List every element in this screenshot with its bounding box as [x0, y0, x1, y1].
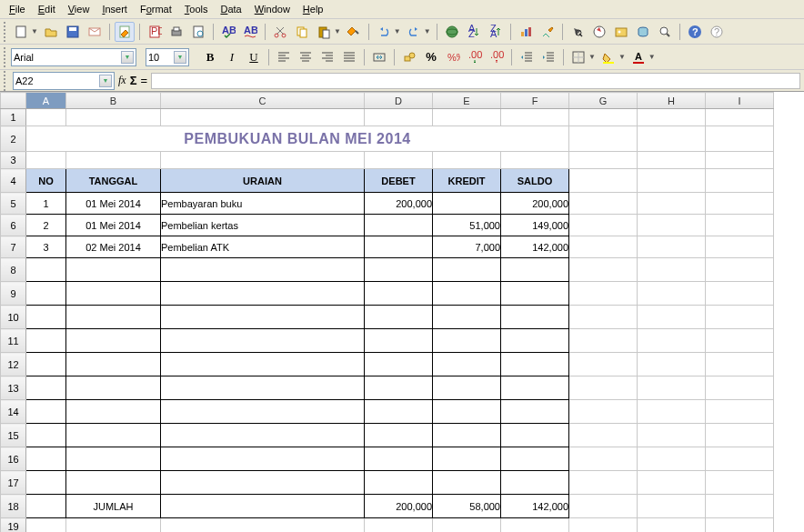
- col-header[interactable]: I: [706, 93, 774, 109]
- cell-kredit[interactable]: 51,000: [433, 215, 501, 236]
- empty-cell[interactable]: [365, 400, 433, 424]
- empty-cell[interactable]: [161, 282, 365, 306]
- table-header[interactable]: SALDO: [501, 169, 569, 193]
- cell-saldo[interactable]: 149,000: [501, 215, 569, 236]
- row-header[interactable]: 18: [1, 495, 26, 518]
- function-wizard-button[interactable]: fx: [118, 74, 126, 87]
- empty-cell[interactable]: [433, 400, 501, 424]
- menu-help[interactable]: Help: [297, 2, 329, 16]
- toolbar-handle[interactable]: [4, 71, 7, 91]
- col-header[interactable]: B: [66, 93, 161, 109]
- align-right-button[interactable]: [317, 47, 337, 67]
- empty-cell[interactable]: [365, 376, 433, 400]
- table-header[interactable]: TANGGAL: [66, 169, 161, 193]
- empty-cell[interactable]: [365, 471, 433, 495]
- edit-doc-button[interactable]: [115, 22, 135, 42]
- empty-cell[interactable]: [501, 282, 569, 306]
- formula-input[interactable]: [151, 73, 800, 89]
- col-header[interactable]: H: [638, 93, 706, 109]
- empty-cell[interactable]: [161, 447, 365, 471]
- empty-cell[interactable]: [66, 447, 161, 471]
- empty-cell[interactable]: [501, 353, 569, 376]
- row-header[interactable]: 6: [1, 215, 26, 236]
- empty-cell[interactable]: [365, 282, 433, 306]
- empty-cell[interactable]: [161, 400, 365, 424]
- paste-button[interactable]: [314, 22, 334, 42]
- print-preview-button[interactable]: [188, 22, 208, 42]
- col-header[interactable]: E: [433, 93, 501, 109]
- align-center-button[interactable]: [296, 47, 316, 67]
- row-header[interactable]: 13: [1, 376, 26, 400]
- merge-cells-button[interactable]: [369, 47, 389, 67]
- redo-dropdown[interactable]: ▼: [424, 27, 431, 35]
- bgcolor-dropdown[interactable]: ▼: [618, 53, 626, 61]
- row-header[interactable]: 1: [1, 109, 26, 126]
- empty-cell[interactable]: [433, 424, 501, 447]
- empty-cell[interactable]: [26, 376, 66, 400]
- cell-reference-box[interactable]: A22▼: [13, 72, 115, 90]
- bold-button[interactable]: B: [200, 47, 220, 67]
- menu-file[interactable]: File: [4, 2, 31, 16]
- empty-cell[interactable]: [66, 400, 161, 424]
- empty-cell[interactable]: [26, 258, 66, 282]
- empty-cell[interactable]: [501, 471, 569, 495]
- row-header[interactable]: 14: [1, 400, 26, 424]
- table-header[interactable]: KREDIT: [433, 169, 501, 193]
- cell-date[interactable]: 01 Mei 2014: [66, 193, 161, 215]
- empty-cell[interactable]: [501, 258, 569, 282]
- underline-button[interactable]: U: [244, 47, 264, 67]
- empty-cell[interactable]: [433, 376, 501, 400]
- col-header[interactable]: G: [569, 93, 638, 109]
- delete-decimal-button[interactable]: .000: [487, 47, 507, 67]
- borders-button[interactable]: [568, 47, 588, 67]
- empty-cell[interactable]: [161, 258, 365, 282]
- empty-cell[interactable]: [26, 282, 66, 306]
- font-size-select[interactable]: 10▼: [146, 48, 189, 66]
- empty-cell[interactable]: [161, 306, 365, 329]
- empty-cell[interactable]: [501, 329, 569, 353]
- spellcheck-button[interactable]: ABC: [218, 22, 238, 42]
- copy-button[interactable]: [292, 22, 312, 42]
- empty-cell[interactable]: [26, 353, 66, 376]
- empty-cell[interactable]: [433, 353, 501, 376]
- help-button[interactable]: ?: [685, 22, 705, 42]
- empty-cell[interactable]: [433, 282, 501, 306]
- menu-insert[interactable]: Insert: [96, 2, 133, 16]
- empty-cell[interactable]: [365, 258, 433, 282]
- format-paintbrush-button[interactable]: [344, 22, 364, 42]
- empty-cell[interactable]: [433, 447, 501, 471]
- empty-cell[interactable]: [433, 306, 501, 329]
- empty-cell[interactable]: [26, 329, 66, 353]
- empty-cell[interactable]: [365, 329, 433, 353]
- row-header[interactable]: 10: [1, 306, 26, 329]
- cell-kredit[interactable]: 7,000: [433, 236, 501, 258]
- paste-dropdown[interactable]: ▼: [334, 27, 341, 35]
- empty-cell[interactable]: [66, 258, 161, 282]
- table-header[interactable]: DEBET: [365, 169, 433, 193]
- align-left-button[interactable]: [274, 47, 294, 67]
- undo-dropdown[interactable]: ▼: [394, 27, 401, 35]
- table-header[interactable]: NO: [26, 169, 66, 193]
- empty-cell[interactable]: [501, 447, 569, 471]
- empty-cell[interactable]: [26, 424, 66, 447]
- empty-cell[interactable]: [365, 447, 433, 471]
- fontcolor-dropdown[interactable]: ▼: [648, 53, 656, 61]
- empty-cell[interactable]: [365, 424, 433, 447]
- toolbar-handle[interactable]: [4, 22, 7, 42]
- menu-format[interactable]: Format: [135, 2, 177, 16]
- cell-debet[interactable]: 200,000: [365, 193, 433, 215]
- row-header[interactable]: 8: [1, 258, 26, 282]
- whats-this-button[interactable]: ?: [707, 22, 727, 42]
- empty-cell[interactable]: [26, 471, 66, 495]
- currency-button[interactable]: [399, 47, 419, 67]
- totals-debet[interactable]: 200,000: [365, 495, 433, 518]
- row-header[interactable]: 15: [1, 424, 26, 447]
- italic-button[interactable]: I: [222, 47, 242, 67]
- table-header[interactable]: URAIAN: [161, 169, 365, 193]
- totals-kredit[interactable]: 58,000: [433, 495, 501, 518]
- email-button[interactable]: [85, 22, 105, 42]
- cell-kredit[interactable]: [433, 193, 501, 215]
- cell-saldo[interactable]: 142,000: [501, 236, 569, 258]
- col-header[interactable]: A: [26, 93, 66, 109]
- totals-label[interactable]: JUMLAH: [66, 495, 161, 518]
